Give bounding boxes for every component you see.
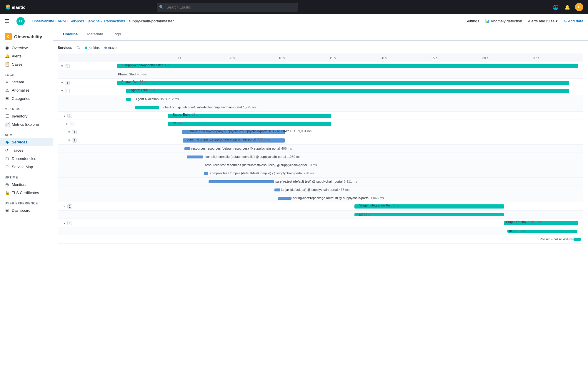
sidebar-item-alerts[interactable]: 🔔 Alerts <box>0 52 53 60</box>
topbar-actions: 🌐 🔔 D <box>552 3 583 11</box>
row-duration: 298 ms <box>304 171 314 175</box>
services-icon: ◈ <box>5 140 9 144</box>
expand-button[interactable]: ∨ <box>63 114 66 118</box>
legend-maven: maven <box>104 46 119 50</box>
sidebar-item-metrics-explorer[interactable]: 📈 Metrics Explorer <box>0 120 53 128</box>
maven-dot <box>104 47 107 49</box>
breadcrumb-services[interactable]: Services <box>69 19 84 23</box>
row-duration: 5,111 ms <box>344 180 357 183</box>
tab-metadata[interactable]: Metadata <box>83 28 108 40</box>
sidebar-metrics-section: Metrics ☰ Inventory 📈 Metrics Explorer <box>0 104 53 130</box>
expand-button[interactable]: ∨ <box>60 81 64 85</box>
sidebar-logs-section: Logs ≡ Stream ⚠ Anomalies ⊞ Categories <box>0 70 53 104</box>
ux-section-title: User Experience <box>0 200 53 206</box>
expand-button[interactable]: ∨ <box>60 64 64 68</box>
hamburger-menu[interactable]: ☰ <box>5 18 9 24</box>
filter-icon[interactable]: ⇅ <box>77 45 80 50</box>
expand-button[interactable]: ∨ <box>67 138 71 142</box>
trace-bar <box>204 172 208 175</box>
sidebar-item-stream[interactable]: ≡ Stream <box>0 78 53 86</box>
row-label: resources:testResources (default-testRes… <box>205 163 307 167</box>
trace-bar <box>117 81 569 85</box>
services-legend: Services ⇅ jenkins maven <box>58 45 583 50</box>
table-row: ∨ 1 Stage: Integration Test 13 s <box>58 202 583 211</box>
expand-button[interactable]: ∨ <box>65 122 69 126</box>
sidebar-item-overview[interactable]: ◉ Overview <box>0 44 53 52</box>
row-label: compiler:testCompile (default-testCompil… <box>210 171 302 175</box>
breadcrumb-apm[interactable]: APM <box>57 19 66 23</box>
sidebar-item-categories[interactable]: ⊞ Categories <box>0 94 53 102</box>
timeline-container: 0 s 5.0 s 10 s 15 s 20 s 25 s 30 s 37 s <box>58 54 583 244</box>
sidebar-ux-section: User Experience ⊞ Dashboard <box>0 198 53 216</box>
table-row: compiler:testCompile (default-testCompil… <box>58 169 583 178</box>
sidebar-top-section: ◉ Overview 🔔 Alerts 📋 Cases <box>0 41 53 70</box>
row-label: com.mycompany.supplychain:supplychain-po… <box>187 138 256 141</box>
expand-button[interactable]: ∨ <box>60 89 64 93</box>
row-duration: 9,023 ms <box>257 138 271 141</box>
table-row: spring-boot:repackage (default) @ supply… <box>58 194 583 202</box>
globe-icon[interactable]: 🌐 <box>552 3 560 11</box>
row-label: Stage: Integration Test <box>359 204 392 207</box>
phase-duration: 4.0 ms <box>137 72 147 76</box>
tab-timeline[interactable]: Timeline <box>58 28 83 40</box>
expand-button[interactable]: ∨ <box>63 221 66 225</box>
trace-bar <box>135 106 159 109</box>
search-bar[interactable]: 🔍 <box>157 3 298 11</box>
obs-header: O Observability <box>0 31 53 41</box>
row-label: Phase: Run <box>121 80 138 83</box>
row-label: Agent Allocation: linux <box>135 97 167 101</box>
row-label: sh <box>359 213 363 216</box>
breadcrumb-transactions[interactable]: Transactions <box>103 19 125 23</box>
svg-point-2 <box>6 6 9 8</box>
chevron-down-icon: ▾ <box>556 19 558 23</box>
row-label: sh <box>173 121 176 125</box>
notification-icon[interactable]: 🔔 <box>563 3 572 11</box>
sidebar-item-cases[interactable]: 📋 Cases <box>0 60 53 68</box>
time-label-25: 25 s <box>430 56 481 60</box>
sidebar-item-anomalies[interactable]: ⚠ Anomalies <box>0 86 53 94</box>
traces-icon: ⟳ <box>5 148 9 153</box>
search-input[interactable] <box>157 3 298 11</box>
search-icon: 🔍 <box>159 5 164 9</box>
sidebar-item-tls[interactable]: 🔒 TLS Certificates <box>0 188 53 197</box>
phase-label: Phase: Start <box>118 72 136 76</box>
breadcrumb-jenkins[interactable]: jenkins <box>88 19 99 23</box>
breadcrumb-observability[interactable]: Observability <box>32 19 54 23</box>
content-area: Services ⇅ jenkins maven 0 s <box>53 41 588 392</box>
time-label-0: 0 s <box>176 56 226 60</box>
anomaly-icon: 📊 <box>485 19 490 23</box>
row-label: Build: com.mycompany.supplychain:supplyc… <box>190 129 297 133</box>
logs-section-title: Logs <box>0 72 53 78</box>
logo-text: elastic <box>12 5 26 10</box>
sidebar-item-traces[interactable]: ⟳ Traces <box>0 146 53 154</box>
services-label: Services <box>58 46 72 50</box>
alerts-link[interactable]: Alerts and rules ▾ <box>528 19 558 23</box>
expand-button[interactable]: ∨ <box>63 204 66 208</box>
sidebar-item-dependencies[interactable]: ⬡ Dependencies <box>0 154 53 163</box>
tab-logs[interactable]: Logs <box>108 28 126 40</box>
time-label-20: 20 s <box>379 56 430 60</box>
maven-label: maven <box>108 46 119 50</box>
dashboard-icon: ⊞ <box>5 208 9 213</box>
trace-rows: ∨ 3 ✦ supply-chain-portal/master 37 s <box>58 62 583 244</box>
sidebar-item-services[interactable]: ◈ Services <box>0 138 53 146</box>
sidebar-item-dashboard[interactable]: ⊞ Dashboard <box>0 206 53 214</box>
add-data-link[interactable]: ⊕ Add data <box>564 19 583 23</box>
row-label: Stage: Deploy <box>506 220 526 224</box>
trace-bar <box>126 89 569 93</box>
row-label: compiler:compile (default-compile) @ sup… <box>205 155 286 158</box>
anomaly-link[interactable]: 📊 Anomaly detection <box>485 19 522 23</box>
settings-link[interactable]: Settings <box>465 19 479 23</box>
sidebar-item-inventory[interactable]: ☰ Inventory <box>0 112 53 120</box>
monitors-icon: ◎ <box>5 182 9 187</box>
expand-button[interactable]: ∨ <box>67 130 71 134</box>
jenkins-dot <box>85 47 87 49</box>
navbar: ☰ O Observability › APM › Services › jen… <box>0 14 588 28</box>
time-label-15: 15 s <box>328 56 379 60</box>
sidebar-item-monitors[interactable]: ◎ Monitors <box>0 180 53 188</box>
row-duration: 10 ms <box>308 163 317 167</box>
alerts-icon: 🔔 <box>5 54 9 58</box>
avatar: D <box>575 3 583 11</box>
sidebar-item-service-map[interactable]: ⊕ Service Map <box>0 163 53 171</box>
time-label-37: 37 s <box>532 56 583 60</box>
